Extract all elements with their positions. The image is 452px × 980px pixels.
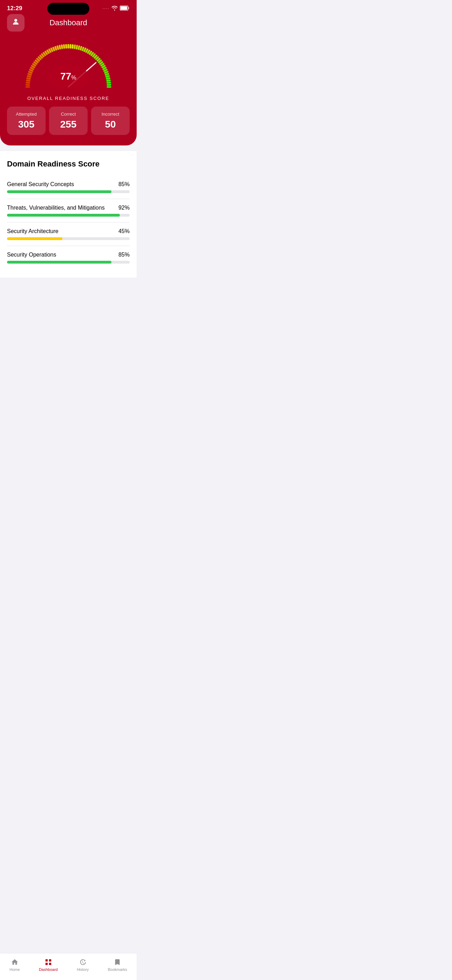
svg-line-31 [62, 45, 62, 48]
svg-line-47 [93, 54, 95, 56]
stats-row: Attempted 305 Correct 255 Incorrect 50 [7, 107, 130, 135]
svg-line-51 [99, 60, 101, 62]
stat-value: 50 [95, 119, 126, 130]
svg-line-37 [75, 45, 75, 48]
svg-line-13 [31, 68, 33, 69]
header: Dashboard [0, 15, 137, 34]
stat-value: 255 [53, 119, 84, 130]
svg-line-12 [30, 70, 32, 71]
svg-line-57 [105, 72, 108, 73]
svg-line-40 [81, 47, 81, 50]
svg-line-45 [90, 51, 91, 54]
status-icons: ···· [103, 6, 130, 11]
svg-line-27 [53, 48, 54, 50]
svg-line-39 [78, 46, 79, 49]
gauge-percent-value: 77% [60, 71, 76, 82]
svg-line-44 [88, 51, 89, 53]
svg-line-43 [86, 49, 88, 52]
svg-line-22 [43, 53, 45, 55]
svg-line-50 [97, 59, 100, 60]
svg-line-14 [32, 66, 34, 67]
domain-percent: 85% [118, 181, 130, 188]
svg-line-9 [28, 76, 30, 77]
svg-rect-2 [128, 7, 129, 9]
domain-item: General Security Concepts 85% [7, 176, 130, 199]
svg-line-7 [27, 80, 29, 81]
svg-line-49 [96, 57, 98, 59]
svg-line-59 [106, 76, 109, 77]
domain-section: Domain Readiness Score General Security … [0, 151, 137, 278]
svg-line-36 [73, 45, 73, 48]
progress-bar-bg [7, 261, 130, 264]
svg-line-19 [38, 57, 41, 59]
svg-line-60 [107, 78, 110, 79]
svg-line-61 [107, 80, 110, 81]
svg-line-48 [95, 56, 96, 58]
svg-line-8 [27, 78, 30, 79]
domain-section-title: Domain Readiness Score [7, 159, 130, 169]
svg-line-26 [51, 48, 52, 51]
svg-line-23 [46, 51, 47, 54]
signal-icon: ···· [103, 7, 109, 11]
svg-line-17 [36, 60, 38, 62]
svg-line-32 [64, 45, 64, 48]
progress-bar-bg [7, 237, 130, 240]
svg-line-52 [100, 62, 102, 64]
stat-card-correct: Correct 255 [49, 107, 88, 135]
domain-percent: 92% [118, 205, 130, 211]
domain-item: Security Operations 85% [7, 246, 130, 269]
svg-line-25 [49, 49, 51, 52]
progress-bar-fill [7, 261, 111, 264]
progress-bar-bg [7, 190, 130, 193]
user-icon [11, 18, 20, 28]
svg-line-21 [42, 54, 43, 56]
page-title: Dashboard [49, 18, 87, 27]
svg-line-30 [60, 46, 60, 49]
svg-line-42 [84, 48, 86, 51]
svg-line-20 [40, 56, 42, 58]
stat-label: Attempted [11, 111, 42, 117]
domain-name: Security Operations [7, 252, 56, 258]
svg-line-10 [29, 74, 31, 75]
stat-card-incorrect: Incorrect 50 [91, 107, 130, 135]
svg-point-3 [14, 19, 17, 22]
progress-bar-fill [7, 190, 111, 193]
progress-bar-bg [7, 214, 130, 216]
svg-line-38 [76, 46, 77, 49]
svg-line-28 [56, 47, 56, 50]
svg-line-54 [102, 66, 105, 67]
svg-line-18 [37, 59, 39, 60]
stat-value: 305 [11, 119, 42, 130]
status-time: 12:29 [7, 5, 22, 12]
stat-label: Incorrect [95, 111, 126, 117]
svg-line-46 [91, 53, 93, 55]
notch [47, 3, 89, 15]
gauge-section: 77% OVERALL READINESS SCORE Attempted 30… [0, 34, 137, 145]
svg-rect-1 [121, 6, 127, 10]
battery-icon [120, 6, 130, 11]
svg-line-16 [34, 62, 37, 64]
domain-items: General Security Concepts 85% Threats, V… [7, 176, 130, 269]
domain-item: Threats, Vulnerabilities, and Mitigation… [7, 199, 130, 223]
domain-item: Security Architecture 45% [7, 223, 130, 246]
svg-line-55 [103, 68, 106, 69]
stat-card-attempted: Attempted 305 [7, 107, 46, 135]
svg-line-41 [82, 48, 83, 50]
domain-name: Security Architecture [7, 228, 59, 234]
domain-percent: 85% [118, 252, 130, 258]
stat-label: Correct [53, 111, 84, 117]
svg-line-56 [104, 70, 107, 71]
wifi-icon [111, 6, 118, 11]
domain-name: General Security Concepts [7, 181, 74, 188]
svg-line-29 [57, 46, 58, 49]
domain-percent: 45% [118, 228, 130, 234]
svg-line-58 [106, 74, 108, 75]
avatar-button[interactable] [7, 14, 24, 32]
progress-bar-fill [7, 214, 120, 216]
svg-line-11 [29, 72, 32, 73]
domain-name: Threats, Vulnerabilities, and Mitigation… [7, 205, 105, 211]
overall-readiness-label: OVERALL READINESS SCORE [27, 96, 109, 101]
svg-line-24 [47, 51, 49, 53]
svg-line-53 [101, 64, 104, 65]
svg-line-15 [33, 64, 35, 65]
